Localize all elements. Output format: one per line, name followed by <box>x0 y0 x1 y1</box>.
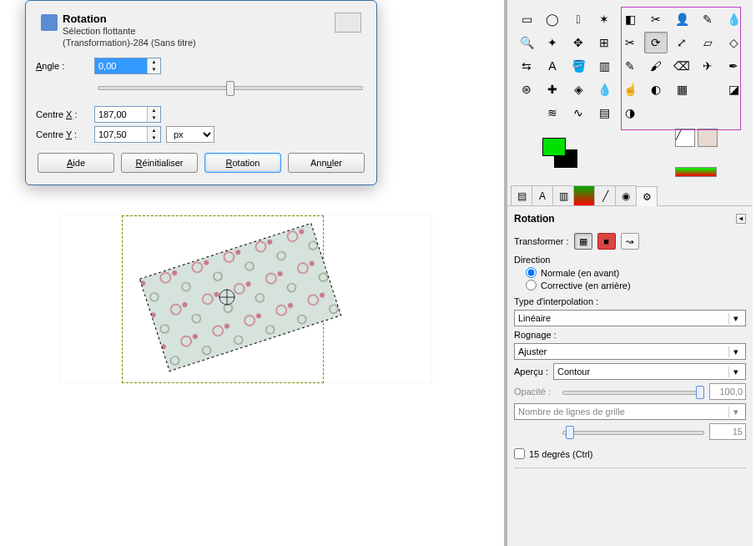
tool-fuzzy-select[interactable]: ✶ <box>592 8 616 30</box>
tool-ink[interactable]: ✒ <box>722 55 745 77</box>
reset-button[interactable]: Réinitialiser <box>121 153 198 173</box>
preview-label: Aperçu : <box>514 367 548 377</box>
center-y-label: Centre Y : <box>36 129 89 139</box>
unit-select[interactable]: px <box>166 126 214 143</box>
cancel-button[interactable]: Annuler <box>288 153 365 173</box>
tab-6[interactable]: ◉ <box>615 185 637 205</box>
tool-options-panel: Rotation ◂ Transformer : ▦ ■ ↝ Direction… <box>507 206 753 546</box>
transform-selection-icon[interactable]: ■ <box>597 233 616 250</box>
pattern-preview[interactable] <box>698 129 718 147</box>
angle-up[interactable]: ▲ <box>148 58 160 66</box>
constrain-checkbox[interactable] <box>514 448 525 459</box>
tool-desaturate[interactable]: ◑ <box>618 102 642 124</box>
tool-free-select[interactable]: 𓍢 <box>567 8 590 30</box>
rotated-preview[interactable] <box>134 214 347 381</box>
transform-label: Transformer : <box>514 236 569 246</box>
tool-foreground-select[interactable]: 👤 <box>670 8 693 30</box>
options-menu-icon[interactable]: ◂ <box>736 214 746 224</box>
tool-perspective[interactable]: ◇ <box>722 32 745 53</box>
tool-rotate[interactable]: ⟳ <box>644 32 668 53</box>
rotate-button[interactable]: Rotation <box>204 153 281 173</box>
angle-down[interactable]: ▼ <box>148 66 160 73</box>
constrain-label: 15 degrés (Ctrl) <box>529 449 592 459</box>
angle-field[interactable] <box>95 58 147 73</box>
angle-input[interactable]: ▲▼ <box>94 58 161 74</box>
tool-posterize[interactable]: ▤ <box>592 102 616 124</box>
tool-curves[interactable]: ∿ <box>567 102 590 124</box>
tool-color-tools[interactable]: ◪ <box>722 78 745 100</box>
center-x-label: Centre X : <box>36 109 89 119</box>
tool-zoom[interactable]: 🔍 <box>515 32 538 53</box>
tab-tool-options[interactable]: ⚙ <box>636 186 658 206</box>
center-y-field[interactable] <box>95 127 147 142</box>
tool-heal[interactable]: ✚ <box>541 78 564 100</box>
tool-text[interactable]: A <box>541 55 564 77</box>
tab-5[interactable]: ╱ <box>594 185 616 205</box>
cy-down[interactable]: ▼ <box>148 134 160 142</box>
tool-levels[interactable]: ≋ <box>541 102 564 124</box>
angle-slider[interactable] <box>98 79 363 94</box>
help-button[interactable]: Aide <box>38 153 114 173</box>
tool-color-select[interactable]: ◧ <box>618 8 642 30</box>
center-y-input[interactable]: ▲▼ <box>94 126 161 143</box>
transform-path-icon[interactable]: ↝ <box>621 233 639 250</box>
center-x-field[interactable] <box>95 107 147 122</box>
cx-up[interactable]: ▲ <box>148 107 160 114</box>
right-panel: ▭◯𓍢✶◧✂👤✎💧🔍✦✥⊞✂⟳⤢▱◇⇆A🪣▥✎🖌⌫✈✒⊛✚◈💧☝◐▦◪≋∿▤◑ … <box>504 0 753 546</box>
tab-4[interactable] <box>573 185 595 205</box>
tool-measure[interactable]: ✦ <box>541 32 564 53</box>
brush-preview[interactable]: ╱ <box>675 129 695 147</box>
toolbox: ▭◯𓍢✶◧✂👤✎💧🔍✦✥⊞✂⟳⤢▱◇⇆A🪣▥✎🖌⌫✈✒⊛✚◈💧☝◐▦◪≋∿▤◑ … <box>507 0 753 185</box>
tool-ellipse-select[interactable]: ◯ <box>541 8 564 30</box>
center-x-input[interactable]: ▲▼ <box>94 106 161 123</box>
tool-crop[interactable]: ✂ <box>618 32 642 53</box>
rotation-dialog: Rotation Sélection flottante (Transforma… <box>25 0 377 185</box>
options-title: Rotation <box>514 213 555 225</box>
tool-smudge[interactable]: ☝ <box>618 78 642 100</box>
dialog-subtitle-1: Sélection flottante <box>63 25 335 37</box>
fg-color[interactable] <box>542 138 566 156</box>
tool-pencil[interactable]: ✎ <box>618 55 642 77</box>
tool-clone[interactable]: ⊛ <box>515 78 538 100</box>
gridlines-slider <box>562 426 704 437</box>
tool-shear[interactable]: ▱ <box>696 32 719 53</box>
preview-combo[interactable]: Contour▾ <box>553 363 746 380</box>
tool-rect-select[interactable]: ▭ <box>515 8 538 30</box>
tool-dodge[interactable]: ◐ <box>644 78 668 100</box>
tool-perspective-clone[interactable]: ◈ <box>567 78 590 100</box>
tool-paintbrush[interactable]: 🖌 <box>644 55 668 77</box>
cx-down[interactable]: ▼ <box>148 114 160 122</box>
tool-flip[interactable]: ⇆ <box>515 55 538 77</box>
interp-combo[interactable]: Linéaire▾ <box>514 310 746 326</box>
tool-cage[interactable]: ▦ <box>670 78 693 100</box>
interp-label: Type d'interpolation : <box>514 296 598 306</box>
tool-move[interactable]: ✥ <box>567 32 590 53</box>
dialog-subtitle-2: (Transformation)-284 (Sans titre) <box>63 37 335 48</box>
direction-corrective-label: Corrective (en arrière) <box>541 281 631 291</box>
fg-bg-swatch[interactable] <box>542 138 577 168</box>
clip-combo[interactable]: Ajuster▾ <box>514 343 746 360</box>
tool-airbrush[interactable]: ✈ <box>696 55 719 77</box>
tool-paths[interactable]: ✎ <box>696 8 719 30</box>
tool-blur[interactable]: 💧 <box>592 78 616 100</box>
tool-bucket-fill[interactable]: 🪣 <box>567 55 590 77</box>
direction-normal-radio[interactable] <box>526 267 537 278</box>
opacity-label: Opacité : <box>514 387 557 397</box>
tool-scissors[interactable]: ✂ <box>644 8 668 30</box>
tool-blend[interactable]: ▥ <box>592 55 616 77</box>
tab-3[interactable]: ▥ <box>552 185 574 205</box>
tool-eraser[interactable]: ⌫ <box>670 55 693 77</box>
transform-layer-icon[interactable]: ▦ <box>574 233 592 250</box>
tab-2[interactable]: A <box>532 185 553 205</box>
tool-color-picker[interactable]: 💧 <box>722 8 745 30</box>
tool-align[interactable]: ⊞ <box>592 32 616 53</box>
tool-scale[interactable]: ⤢ <box>670 32 693 53</box>
gradient-preview[interactable] <box>675 167 717 177</box>
cy-up[interactable]: ▲ <box>148 127 160 134</box>
dialog-title: Rotation <box>63 13 335 25</box>
opacity-value: 100,0 <box>709 383 746 400</box>
gridlines-combo: Nombre de lignes de grille▾ <box>514 403 746 420</box>
direction-corrective-radio[interactable] <box>526 280 537 291</box>
tab-1[interactable]: ▤ <box>511 185 532 205</box>
opacity-slider <box>562 386 704 397</box>
